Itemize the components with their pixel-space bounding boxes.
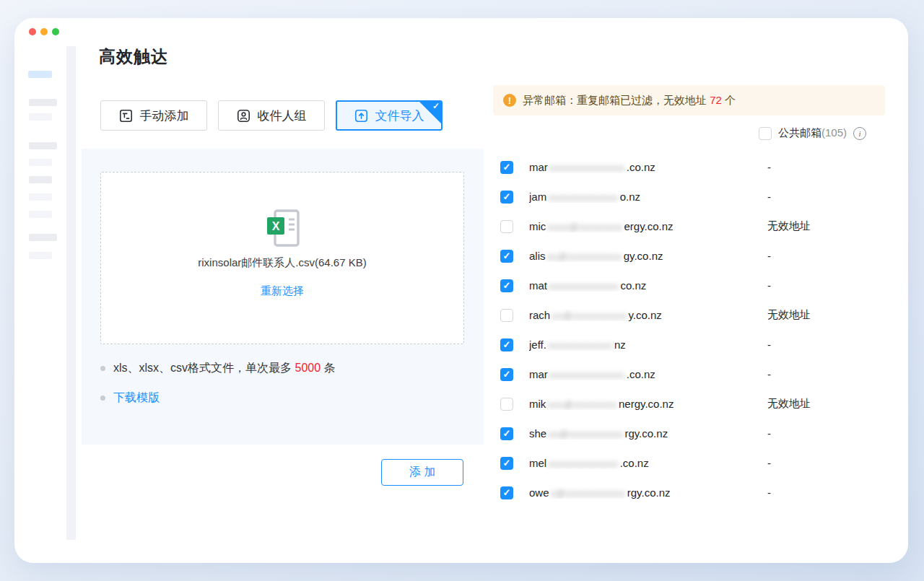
email-prefix: owe bbox=[529, 486, 549, 499]
email-address: jamxxxxxxxxxxxxxo.nz bbox=[529, 191, 767, 203]
email-row-checkbox[interactable]: ✓ bbox=[500, 279, 513, 292]
email-address: melxxxxxxxxxxxxx.co.nz bbox=[529, 457, 767, 469]
maximize-window-icon[interactable] bbox=[52, 28, 59, 35]
sidebar-item[interactable] bbox=[29, 211, 52, 218]
check-icon: ✓ bbox=[503, 251, 511, 261]
email-prefix: mat bbox=[529, 279, 547, 292]
email-status: 无效地址 bbox=[767, 219, 811, 233]
close-window-icon[interactable] bbox=[29, 28, 36, 35]
public-mailbox-count: (105) bbox=[821, 126, 847, 139]
sidebar-item[interactable] bbox=[29, 234, 57, 241]
upload-panel: X rixinsolar邮件联系人.csv(64.67 KB) 重新选择 xls… bbox=[82, 149, 484, 445]
email-row-checkbox[interactable]: ✓ bbox=[500, 368, 513, 381]
file-dropzone[interactable]: X rixinsolar邮件联系人.csv(64.67 KB) 重新选择 bbox=[100, 172, 464, 344]
sidebar-item[interactable] bbox=[29, 176, 52, 183]
email-row: rachxx@xxxxxxxxxxy.co.nz 无效地址 bbox=[493, 300, 885, 330]
email-hidden-blur: xxxxxxxxxxxxxx bbox=[549, 370, 625, 380]
email-hidden-blur: xxxxxxxxxxxxx bbox=[548, 192, 619, 203]
recipient-group-icon bbox=[237, 109, 250, 123]
email-hidden-blur: xx@xxxxxxxxxx bbox=[547, 251, 622, 262]
sidebar-item[interactable] bbox=[29, 113, 52, 121]
email-row-checkbox[interactable]: ✓ bbox=[500, 486, 513, 499]
add-button[interactable]: 添 加 bbox=[381, 459, 463, 486]
email-address: jeff.xxxxxxxxxxxxnz bbox=[529, 338, 767, 351]
tab-file-import[interactable]: 文件导入 ✓ bbox=[336, 100, 443, 131]
email-row-checkbox[interactable] bbox=[500, 398, 513, 411]
tab-recipient-group[interactable]: 收件人组 bbox=[218, 100, 325, 131]
email-row-checkbox[interactable]: ✓ bbox=[500, 457, 513, 470]
sidebar-item[interactable] bbox=[29, 99, 57, 106]
email-hidden-blur: xxxxxxxxxxxxxx bbox=[549, 162, 625, 173]
email-row-checkbox[interactable]: ✓ bbox=[500, 191, 513, 204]
email-suffix: .co.nz bbox=[627, 368, 655, 380]
email-status: - bbox=[767, 338, 771, 351]
check-icon: ✓ bbox=[503, 281, 511, 290]
warning-icon: ! bbox=[503, 94, 516, 107]
email-prefix: alis bbox=[529, 250, 546, 262]
email-status: - bbox=[767, 191, 771, 203]
format-hint-text: xls、xlsx、csv格式文件，单次最多 5000 条 bbox=[113, 361, 336, 376]
email-list: ✓ marxxxxxxxxxxxxxx.co.nz - ✓ jamxxxxxxx… bbox=[493, 152, 885, 507]
email-row-checkbox[interactable]: ✓ bbox=[500, 427, 513, 440]
info-icon[interactable]: i bbox=[853, 127, 866, 140]
file-import-icon bbox=[354, 109, 368, 123]
email-row-checkbox[interactable]: ✓ bbox=[500, 250, 513, 263]
email-row-checkbox[interactable]: ✓ bbox=[500, 338, 513, 351]
email-suffix: co.nz bbox=[621, 279, 647, 292]
email-address: alisxx@xxxxxxxxxxgy.co.nz bbox=[529, 250, 767, 262]
email-address: shexx@xxxxxxxxxxrgy.co.nz bbox=[529, 427, 767, 440]
email-status: - bbox=[767, 427, 771, 440]
abnormal-mailbox-alert: ! 异常邮箱：重复邮箱已过滤，无效地址 72 个 bbox=[493, 85, 885, 115]
email-suffix: nergy.co.nz bbox=[619, 398, 674, 410]
email-address: rachxx@xxxxxxxxxxy.co.nz bbox=[529, 309, 767, 321]
email-row-checkbox[interactable] bbox=[500, 309, 513, 322]
sidebar-item-active[interactable] bbox=[28, 71, 52, 78]
email-hidden-blur: xxxx@xxxxxxxx bbox=[547, 222, 622, 232]
tab-label: 手动添加 bbox=[140, 108, 189, 124]
excel-file-icon: X bbox=[263, 209, 302, 248]
max-count: 5000 bbox=[295, 362, 321, 374]
template-hint: 下载模版 bbox=[100, 390, 160, 406]
reselect-file-link[interactable]: 重新选择 bbox=[261, 284, 304, 298]
email-row-checkbox[interactable]: ✓ bbox=[500, 161, 513, 174]
minimize-window-icon[interactable] bbox=[40, 28, 48, 35]
tab-label: 收件人组 bbox=[258, 108, 307, 124]
app-window: 高效触达 手动添加 收件人组 bbox=[14, 18, 908, 563]
selected-file-name: rixinsolar邮件联系人.csv(64.67 KB) bbox=[198, 256, 366, 270]
email-address: matxxxxxxxxxxxxxco.nz bbox=[529, 279, 767, 292]
check-icon: ✓ bbox=[503, 370, 511, 379]
sidebar-item[interactable] bbox=[29, 142, 57, 149]
bullet-icon bbox=[100, 366, 105, 371]
email-row: ✓ shexx@xxxxxxxxxxrgy.co.nz - bbox=[493, 419, 885, 448]
check-icon: ✓ bbox=[503, 162, 511, 172]
sidebar-item[interactable] bbox=[29, 159, 52, 166]
email-status: - bbox=[767, 279, 771, 292]
email-prefix: she bbox=[529, 427, 546, 440]
email-row: ✓ jamxxxxxxxxxxxxxo.nz - bbox=[493, 182, 885, 211]
email-hidden-blur: xxxxxxxxxxxxx bbox=[548, 458, 619, 469]
download-template-link[interactable]: 下载模版 bbox=[113, 390, 160, 406]
email-row: ✓ melxxxxxxxxxxxxx.co.nz - bbox=[493, 448, 885, 478]
email-prefix: mel bbox=[529, 457, 546, 469]
email-suffix: ergy.co.nz bbox=[624, 220, 674, 232]
invalid-count: 72 bbox=[710, 94, 722, 106]
public-mailbox-checkbox[interactable] bbox=[759, 127, 772, 140]
check-icon: ✓ bbox=[503, 458, 511, 468]
email-prefix: mar bbox=[529, 368, 548, 380]
page-title: 高效触达 bbox=[99, 45, 168, 68]
sidebar-divider bbox=[66, 46, 76, 540]
sidebar-item[interactable] bbox=[29, 252, 52, 259]
email-suffix: rgy.co.nz bbox=[627, 486, 671, 499]
tab-manual-add[interactable]: 手动添加 bbox=[100, 100, 207, 131]
check-icon: ✓ bbox=[503, 340, 511, 349]
email-suffix: nz bbox=[614, 338, 626, 351]
email-status: - bbox=[767, 250, 771, 262]
email-row-checkbox[interactable] bbox=[500, 220, 513, 233]
email-prefix: rach bbox=[529, 309, 550, 321]
email-prefix: jam bbox=[529, 191, 546, 203]
email-suffix: .co.nz bbox=[620, 457, 649, 469]
email-hidden-blur: xx@xxxxxxxxxx bbox=[552, 310, 627, 321]
email-row: ✓ marxxxxxxxxxxxxxx.co.nz - bbox=[493, 152, 885, 182]
sidebar-item[interactable] bbox=[29, 193, 52, 201]
email-address: micxxxx@xxxxxxxxergy.co.nz bbox=[529, 220, 767, 232]
